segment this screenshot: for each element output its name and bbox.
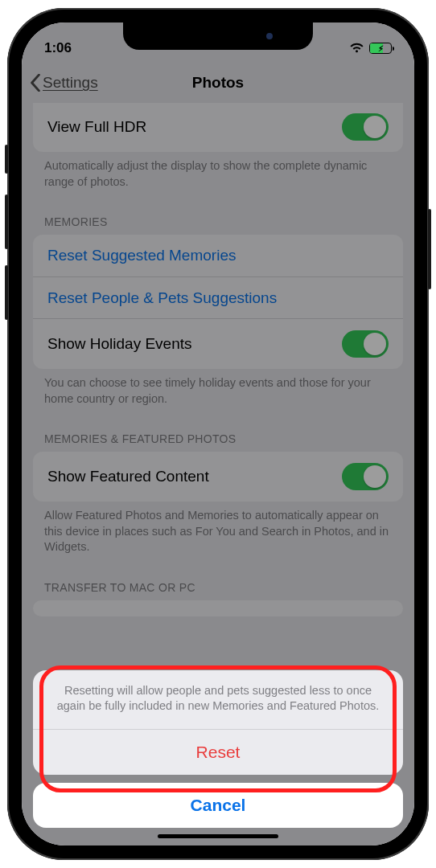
status-time: 1:06	[44, 40, 109, 56]
iphone-frame: 1:06 ⚡︎ Settings Photos	[7, 8, 429, 860]
settings-content: Settings Photos View Full HDR Automatica…	[22, 23, 414, 845]
notch	[123, 23, 313, 50]
power-button	[428, 209, 431, 289]
volume-down-button	[5, 265, 8, 320]
screen: 1:06 ⚡︎ Settings Photos	[22, 23, 414, 845]
action-sheet: Resetting will allow people and pets sug…	[33, 670, 403, 828]
home-indicator[interactable]	[158, 834, 278, 838]
wifi-icon	[349, 43, 364, 54]
charging-bolt-icon: ⚡︎	[378, 44, 384, 53]
cancel-button[interactable]: Cancel	[33, 783, 403, 828]
reset-button[interactable]: Reset	[33, 730, 403, 775]
battery-icon: ⚡︎	[369, 43, 392, 54]
mute-switch	[5, 145, 8, 174]
face-id-sensor	[266, 33, 273, 39]
action-sheet-card: Resetting will allow people and pets sug…	[33, 670, 403, 775]
action-sheet-message: Resetting will allow people and pets sug…	[33, 670, 403, 729]
volume-up-button	[5, 194, 8, 249]
